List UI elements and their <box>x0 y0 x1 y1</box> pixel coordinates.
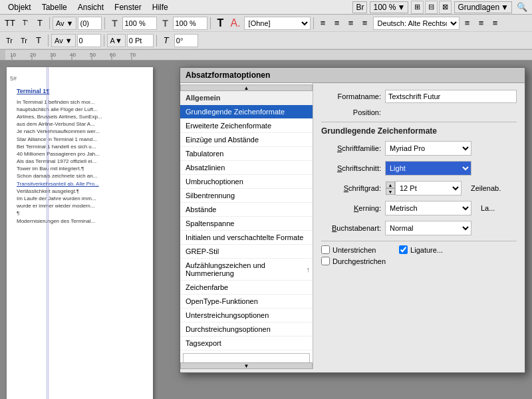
svg-text:70: 70 <box>130 52 136 58</box>
list-item-durchstreichung[interactable]: Durchstreichungsoptionen <box>180 323 313 336</box>
t-slant[interactable]: T <box>160 34 173 47</box>
checkboxes-left: Unterstrichen Durchgestrichen <box>321 245 386 268</box>
lang-select[interactable]: Deutsch: Alte Rechtschreibu... <box>373 17 460 30</box>
modal-right-panel: Formatname: Position: Grundlegende Zeich… <box>313 83 525 369</box>
sep-6 <box>104 35 104 47</box>
align-left[interactable]: ≡ <box>317 17 330 30</box>
list-item-erweiterte[interactable]: Erweiterte Zeichenformate <box>180 119 313 133</box>
list-item-umbruch[interactable]: Umbruchoptionen <box>180 175 313 189</box>
angle-input[interactable] <box>174 34 198 47</box>
kerning-select[interactable]: Metrisch <box>385 201 471 215</box>
menubar-item-fenster[interactable]: Fenster <box>109 1 147 13</box>
toolbar-tt-1[interactable]: TT <box>3 17 17 30</box>
spin-buttons-left: ▲ ▼ <box>386 182 395 195</box>
schriftschnitt-select[interactable]: Light <box>385 161 471 176</box>
t-large-icon[interactable]: T <box>213 17 227 30</box>
svg-text:20: 20 <box>30 52 36 58</box>
scroll-up[interactable]: ▲ <box>180 84 313 91</box>
schriftgrad-spinbox: ▲ ▼ 12 Pt <box>385 181 462 196</box>
sep-3 <box>210 17 211 29</box>
format-name-input[interactable] <box>385 90 517 103</box>
ligaturen-checkbox[interactable] <box>399 245 408 254</box>
av-btn-2[interactable]: Av ▼ <box>51 34 76 47</box>
menubar-item-hilfe[interactable]: Hilfe <box>147 1 174 13</box>
list-item-zeichenfarbe[interactable]: Zeichenfarbe <box>180 281 313 295</box>
schriftschnitt-row: Schriftschnitt: Light <box>321 161 517 176</box>
toolbar-t-prime[interactable]: T' <box>19 17 32 30</box>
list-item-unterstreichung[interactable]: Unterstreichungsoptionen <box>180 309 313 323</box>
checkbox-section: Unterstrichen Durchgestrichen Ligature..… <box>321 245 517 268</box>
format-name-label: Formatname: <box>321 92 381 100</box>
align-center[interactable]: ≡ <box>331 17 344 30</box>
dot-icon[interactable]: A. <box>228 17 242 30</box>
text-option-select[interactable]: [Ohne] <box>244 17 311 30</box>
align-justify[interactable]: ≡ <box>358 17 372 30</box>
sep-4 <box>313 17 314 29</box>
schriftfamilie-row: SSchriftfamilie:chriftfamilie: Myriad Pr… <box>321 141 517 156</box>
cursor-indicator: ↑ <box>307 265 311 273</box>
list-item-absatzlinien[interactable]: Absatzlinien <box>180 161 313 175</box>
view-btn-3[interactable]: ⊠ <box>439 1 452 14</box>
search-icon[interactable]: 🔍 <box>515 1 529 14</box>
zoom-control[interactable]: 100 % ▼ <box>370 1 408 13</box>
section-title: Grundlegende Zeichenformate <box>321 126 517 136</box>
toolbar-row-1: TT T' T Av ▼ T T T A. [Ohne] ≡ ≡ ≡ ≡ Deu… <box>0 15 532 32</box>
pt-input[interactable] <box>127 34 154 47</box>
toolbar-t-1[interactable]: T <box>33 17 47 30</box>
durchgestrichen-checkbox[interactable] <box>321 257 330 265</box>
list-item-allgemein[interactable]: Allgemein <box>180 91 313 105</box>
menubar-item-ansicht[interactable]: Ansicht <box>72 1 109 13</box>
align-btn-2[interactable]: ≡ <box>475 17 488 30</box>
t-icon-3[interactable]: T <box>32 34 45 47</box>
align-right[interactable]: ≡ <box>344 17 358 30</box>
schriftgrad-select[interactable]: 12 Pt <box>395 181 462 196</box>
list-item-grundlegende[interactable]: Grundlegende Zeichenformate <box>180 105 313 119</box>
ruler: ruler marks 10 20 30 40 50 60 70 <box>0 50 532 61</box>
spin-up[interactable]: ▲ <box>386 182 395 188</box>
schriftfamilie-select[interactable]: Myriad Pro <box>385 141 471 156</box>
menubar-item-objekt[interactable]: Objekt <box>3 1 37 13</box>
av-input-2[interactable] <box>77 34 101 47</box>
br-button[interactable]: Br <box>352 1 367 13</box>
zoom-input[interactable] <box>122 17 157 30</box>
align-btn-1[interactable]: ≡ <box>461 17 474 30</box>
list-item-spaltenspanne[interactable]: Spaltenspanne <box>180 217 313 231</box>
unterstrichen-checkbox[interactable] <box>321 245 330 254</box>
grundlagen-dropdown[interactable]: Grundlagen ▼ <box>454 1 512 13</box>
list-item-einzuege[interactable]: Einzüge und Abstände <box>180 133 313 147</box>
modal-overlay: Absatzformatoptionen ▲ Allgemein Grundle… <box>0 61 532 399</box>
list-item-silbentrennung[interactable]: Silbentrennung <box>180 189 313 203</box>
scroll-down[interactable]: ▼ <box>180 362 313 369</box>
t-icon[interactable]: T <box>108 17 121 30</box>
divider-2 <box>321 241 517 241</box>
position-label: Position: <box>321 108 381 116</box>
tr-icon-2[interactable]: Tr <box>17 34 31 47</box>
list-item-aufzaehlung[interactable]: Aufzählungszeichen und Nummerierung ↑ <box>180 259 313 281</box>
spin-down[interactable]: ▼ <box>386 188 395 195</box>
list-item-opentype[interactable]: OpenType-Funktionen <box>180 295 313 309</box>
durchgestrichen-row: Durchgestrichen <box>321 257 386 265</box>
sep-7 <box>156 35 157 47</box>
buchstabenart-select[interactable]: Normal <box>385 221 471 235</box>
list-item-abstaende[interactable]: Abstände <box>180 203 313 217</box>
tr-icon-1[interactable]: Tr <box>3 34 16 47</box>
buchstabenart-row: Buchstabenart: Normal <box>321 221 517 235</box>
view-btn-2[interactable]: ⊟ <box>425 1 438 14</box>
list-item-tabulatoren[interactable]: Tabulatoren <box>180 147 313 161</box>
list-item-initialen[interactable]: Initialen und verschachtelte Formate <box>180 231 313 245</box>
menubar-item-tabelle[interactable]: Tabelle <box>37 1 72 13</box>
view-btn-1[interactable]: ⊞ <box>411 1 424 14</box>
av-input[interactable] <box>78 17 102 30</box>
align-buttons: ≡ ≡ ≡ ≡ <box>317 17 372 30</box>
kerning-row: Kerning: Metrisch La... <box>321 201 517 215</box>
t-icon-2[interactable]: T <box>158 17 172 30</box>
percent-input[interactable] <box>173 17 207 30</box>
av-btn[interactable]: Av ▼ <box>53 17 77 30</box>
main-area: 5# Terminal 1¶ In Terminal 1 befinden si… <box>0 61 532 399</box>
zeilenabstand-label: Zeilenab. <box>471 184 501 192</box>
size-btn[interactable]: A▼ <box>107 34 126 47</box>
position-row: Position: <box>321 108 517 116</box>
list-item-grep[interactable]: GREP-Stil <box>180 245 313 259</box>
align-btn-3[interactable]: ≡ <box>489 17 502 30</box>
list-item-tagsexport[interactable]: Tagsexport <box>180 336 313 350</box>
